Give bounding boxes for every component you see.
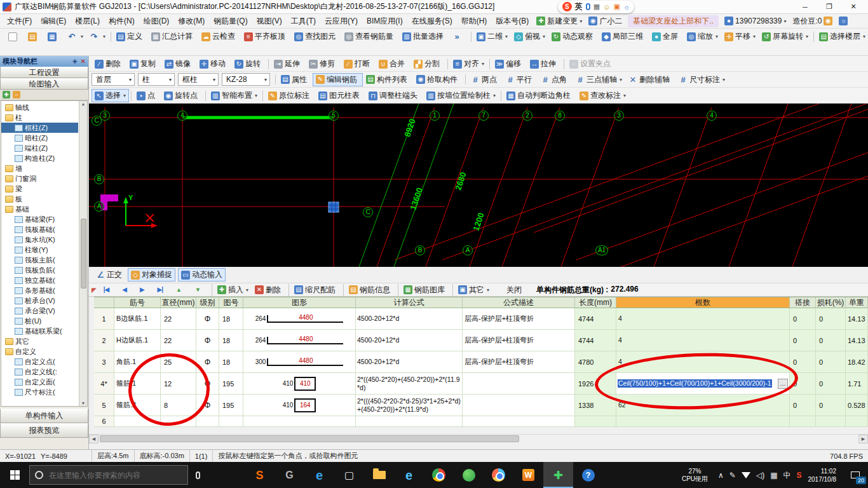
new-change-button[interactable]: ✚ 新建变更 ▾ [533, 16, 585, 27]
toolbar-item[interactable] [501, 91, 501, 101]
table-row[interactable]: 6 [94, 416, 868, 427]
report-preview-button[interactable]: 报表预览 [0, 423, 88, 438]
tree-item-raft-main-rebar[interactable]: 筏板主筋( [1, 255, 78, 265]
assistant-button[interactable]: ◉ 广小二 [585, 16, 625, 27]
tree-item-hidden-column[interactable]: 暗柱(Z) [1, 133, 78, 143]
merge-button[interactable]: ∪ 合并 [376, 57, 410, 71]
row-number-cell[interactable]: 1 [94, 308, 114, 330]
taskbar-ie[interactable]: e [394, 462, 424, 488]
menu-floor[interactable]: 楼层(L) [71, 15, 104, 28]
shape-cell[interactable] [243, 416, 356, 427]
tree-item-constructional-column[interactable]: 构造柱(Z) [1, 153, 78, 163]
formula-desc-cell[interactable]: 层高-保护层+柱顶弯折 [463, 308, 575, 330]
count-value[interactable]: 4 [618, 358, 623, 366]
column-header[interactable]: 级别 [196, 297, 219, 308]
shape-cell[interactable]: 264 4480 [243, 330, 356, 351]
menu-cloud[interactable]: 云应用(Y) [320, 15, 362, 28]
pin-icon[interactable]: ✚ [72, 58, 78, 65]
length-cell[interactable] [575, 416, 616, 427]
formula-desc-cell[interactable]: 层高-保护层+柱顶弯折 [463, 351, 575, 373]
scroll-right-button[interactable]: ▶ [858, 435, 868, 444]
tree-item-frame-column[interactable]: 框柱(Z) [1, 123, 78, 133]
project-settings-button[interactable]: 工程设置 [0, 67, 88, 78]
menu-bim[interactable]: BIM应用(I) [362, 15, 407, 28]
sogou-tray-icon[interactable]: S [796, 471, 801, 479]
dynamic-input-toggle[interactable]: ▭ 动态输入 [178, 268, 226, 281]
close-icon[interactable]: ✕ [81, 58, 86, 65]
tree-item-custom-face[interactable]: 自定义面( [1, 377, 78, 387]
tree-item-pile-cap-beam[interactable]: 承台梁(V) [1, 306, 78, 316]
unit-weight-cell[interactable]: 0.528 [846, 395, 868, 416]
taskbar-edge[interactable]: e [304, 462, 334, 488]
tree-item-other[interactable]: 其它 [1, 336, 78, 346]
count-cell[interactable]: Ceil(750/100)+1+Ceil(700/100)+1+Ceil(300… [616, 373, 790, 395]
expand-all-button[interactable]: ✚ [3, 91, 10, 98]
adjust-column-end-button[interactable]: ⊓ 调整柱端头 [365, 89, 423, 102]
shape-cell[interactable]: 410 410 [243, 373, 356, 395]
maximize-button[interactable]: ❐ [817, 0, 841, 14]
find-element-button[interactable]: ◎ 查找图元 [291, 30, 341, 43]
sogou-icon[interactable]: S [562, 2, 572, 11]
component-list-button[interactable]: ▤ 构件列表 [363, 73, 413, 86]
grade-cell[interactable]: Φ [196, 395, 219, 416]
formula-desc-cell[interactable]: 层高-保护层+柱顶弯折 [463, 330, 575, 351]
calc-formula-cell[interactable]: 2*(((450-2*20-2*d-25)/3*1+25+2*d)+(450-2… [356, 395, 463, 416]
two-point-axis-button[interactable]: # 两点 [468, 73, 503, 86]
extend-button[interactable]: ⇥ 延伸 [271, 57, 306, 71]
grade-cell[interactable]: Φ [196, 308, 219, 330]
menu-file[interactable]: 文件(F) [3, 15, 36, 28]
shape-cell[interactable]: 300 4480 [243, 351, 356, 373]
unit-weight-cell[interactable]: 18.42 [846, 351, 868, 373]
top-view-button[interactable]: ◇ 俯视 ▾ [511, 30, 548, 43]
loss-cell[interactable] [816, 416, 846, 427]
count-cell[interactable]: 62 … [616, 395, 790, 416]
stretch-button[interactable]: ↔ 拉伸 [527, 57, 562, 71]
cpu-usage-widget[interactable]: 27% CPU使用 [682, 468, 708, 483]
properties-button[interactable]: ▤ 属性 [278, 73, 313, 86]
tree-item-dimension[interactable]: 尺寸标注( [1, 387, 78, 397]
rebar-name-cell[interactable]: 箍筋.1 [114, 373, 161, 395]
menu-rebar-qty[interactable]: 钢筋量(Q) [209, 15, 252, 28]
local-3d-button[interactable]: ◆ 局部三维 [599, 30, 649, 43]
move-button[interactable]: ✛ 移动 [196, 57, 231, 71]
figure-number-cell[interactable]: 18 [219, 351, 243, 373]
scroll-up-icon[interactable]: ▲ [81, 102, 86, 106]
touch-keyboard-icon[interactable]: ▦ [770, 471, 777, 479]
count-value[interactable]: 4 [618, 315, 623, 323]
unit-weight-cell[interactable]: 14.13 [846, 330, 868, 351]
tray-chevron-icon[interactable]: ∧ [718, 471, 724, 479]
tree-scrollbar[interactable]: ▲ ▼ [79, 101, 87, 406]
tree-item-sump[interactable]: 集水坑(K) [1, 234, 78, 245]
scroll-left-button[interactable]: ◀ [89, 435, 98, 444]
toolbar-item[interactable] [489, 59, 490, 69]
taskbar-store[interactable]: ▢ [334, 462, 364, 488]
view-2d-button[interactable]: ▣ 二维 ▾ [473, 30, 511, 43]
count-cell[interactable]: 4 … [616, 330, 790, 351]
taskbar-green-browser[interactable] [454, 462, 484, 488]
column-header[interactable]: 搭接 [790, 297, 816, 308]
grade-cell[interactable] [196, 416, 219, 427]
floor-combobox[interactable]: 首层 ▾ [92, 73, 135, 86]
unit-weight-cell[interactable]: 1.71 [846, 373, 868, 395]
table-toolbar-item[interactable] [288, 284, 289, 296]
toolbar-item[interactable] [447, 59, 448, 69]
split-button[interactable]: ▞ 分割 [410, 57, 445, 71]
emoji-icon[interactable]: ☺ [603, 3, 610, 11]
rotate-point-button[interactable]: ◉ 旋转点 [161, 89, 203, 102]
loss-cell[interactable]: 0 [816, 351, 846, 373]
grade-cell[interactable]: Φ [196, 330, 219, 351]
column-header[interactable]: 损耗(%) [816, 297, 846, 308]
row-number-cell[interactable]: 6 [94, 416, 114, 427]
column-header[interactable]: 筋号 [114, 297, 161, 308]
formula-desc-cell[interactable] [463, 416, 575, 427]
column-header[interactable]: 计算公式 [356, 297, 463, 308]
batch-select-button[interactable]: ▥ 批量选择 [399, 30, 449, 43]
in-situ-label-button[interactable]: ✎ 原位标注 [265, 89, 315, 102]
orbit-button[interactable]: ↻ 动态观察 [548, 30, 599, 43]
unit-weight-cell[interactable] [846, 416, 868, 427]
count-value[interactable]: Ceil(750/100)+1+Ceil(700/100)+1+Ceil(300… [618, 379, 772, 388]
column-header[interactable]: 公式描述 [463, 297, 575, 308]
notice-ticker[interactable]: 基础梁支座处上部和下.. [628, 15, 719, 27]
cloud-check-button[interactable]: ☁ 云检查 [198, 30, 241, 43]
length-cell[interactable]: 1926 [575, 373, 616, 395]
